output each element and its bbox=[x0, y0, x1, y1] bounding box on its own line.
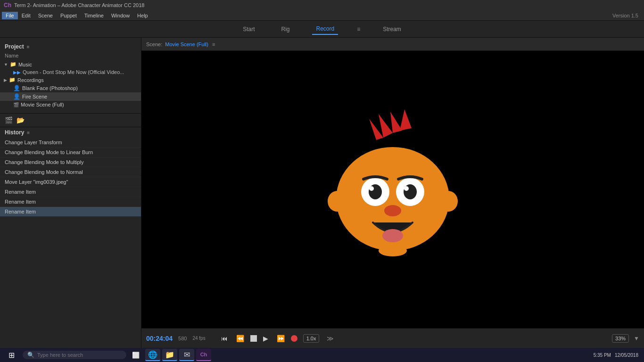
tree-item-music[interactable]: ▼ 📁 Music bbox=[0, 60, 141, 68]
playback-controls: 00:24:04 580 24 fps ⏮ ⏪ ▶ ⏩ 1.0x ≫ 33% ▼ bbox=[141, 328, 644, 348]
time-display: 00:24:04 bbox=[146, 335, 173, 342]
puppet-icon-blank: 👤 bbox=[13, 85, 20, 91]
top-toolbar: Start Rig Record ≡ Stream bbox=[0, 21, 644, 38]
tree-item-firescene[interactable]: 👤 Fire Scene bbox=[0, 92, 141, 101]
transport-controls: ⏮ ⏪ ▶ ⏩ bbox=[219, 333, 297, 344]
history-item-5[interactable]: Rename Item bbox=[0, 187, 141, 197]
arrow-icon: ▼ bbox=[4, 62, 8, 67]
taskbar-outlook[interactable]: ✉ bbox=[179, 349, 194, 361]
record-btn[interactable] bbox=[291, 335, 297, 342]
toolbar-start[interactable]: Start bbox=[239, 24, 258, 34]
folder-icon: 📁 bbox=[10, 61, 17, 67]
taskbar-search-box[interactable]: 🔍 bbox=[23, 351, 126, 359]
history-item-2[interactable]: Change Blending Mode to Multiply bbox=[0, 157, 141, 167]
project-title: Project bbox=[5, 43, 24, 50]
history-item-0[interactable]: Change Layer Transform bbox=[0, 138, 141, 148]
play-btn[interactable]: ▶ bbox=[261, 333, 271, 344]
svg-point-5 bbox=[328, 191, 347, 212]
history-item-4[interactable]: Move Layer "img0039.jpeg" bbox=[0, 177, 141, 187]
project-col-name: Name bbox=[0, 52, 141, 59]
search-icon: 🔍 bbox=[27, 352, 34, 358]
tree-label-queen: Queen - Dont Stop Me Now (Official Video… bbox=[23, 69, 124, 75]
menu-edit[interactable]: Edit bbox=[18, 12, 34, 19]
menu-file[interactable]: File bbox=[2, 12, 18, 19]
stop-btn[interactable] bbox=[250, 335, 257, 342]
skip-start-btn[interactable]: ⏮ bbox=[219, 333, 230, 344]
character-area bbox=[242, 105, 544, 274]
menu-scene[interactable]: Scene bbox=[34, 12, 57, 19]
taskbar-ch[interactable]: Ch bbox=[196, 349, 211, 361]
start-button[interactable]: ⊞ bbox=[2, 349, 21, 361]
toolbar-menu-icon[interactable]: ≡ bbox=[357, 26, 360, 33]
tree-label-recordings: Recordings bbox=[17, 77, 44, 83]
scene-name[interactable]: Movie Scene (Full) bbox=[165, 41, 208, 47]
svg-point-12 bbox=[404, 186, 409, 191]
history-section: History ≡ Change Layer Transform Change … bbox=[0, 127, 141, 348]
taskbar-date: 12/05/2018 bbox=[615, 353, 638, 358]
project-header: Project ≡ bbox=[0, 41, 141, 52]
app-icon: Ch bbox=[4, 2, 11, 8]
project-tree: ▼ 📁 Music ▶▶ Queen - Dont Stop Me Now (O… bbox=[0, 59, 141, 109]
arrow-icon-recordings: ▶ bbox=[4, 78, 7, 82]
taskbar-search-input[interactable] bbox=[37, 352, 117, 358]
tree-label-firescene: Fire Scene bbox=[22, 94, 47, 99]
history-item-3[interactable]: Change Blending Mode to Normal bbox=[0, 167, 141, 177]
tree-item-moviescene[interactable]: 🎬 Movie Scene (Full) bbox=[0, 101, 141, 108]
titlebar: Ch Term 2- Animation – Adobe Character A… bbox=[0, 0, 644, 10]
step-back-btn[interactable]: ⏪ bbox=[234, 333, 247, 344]
project-menu-icon[interactable]: ≡ bbox=[27, 44, 30, 49]
zoom-dropdown-icon[interactable]: ▼ bbox=[634, 335, 639, 342]
history-item-7[interactable]: Rename Item bbox=[0, 207, 141, 217]
task-view-btn[interactable]: ⬜ bbox=[128, 349, 143, 361]
history-header: History ≡ bbox=[0, 127, 141, 138]
toolbar-rig[interactable]: Rig bbox=[277, 24, 293, 34]
taskbar: ⊞ 🔍 ⬜ 🌐 📁 ✉ Ch 5:35 PM 12/05/2018 bbox=[0, 348, 644, 362]
svg-point-15 bbox=[379, 245, 407, 256]
main-layout: Project ≡ Name ▼ 📁 Music ▶▶ Queen - Dont… bbox=[0, 38, 644, 348]
menu-version: Version 1.5 bbox=[609, 12, 642, 19]
ff-end-btn[interactable]: ≫ bbox=[327, 335, 334, 342]
svg-marker-0 bbox=[379, 114, 393, 138]
scene-header: Scene: Movie Scene (Full) ≡ bbox=[141, 38, 644, 51]
svg-point-14 bbox=[382, 229, 403, 242]
scene-menu-btn[interactable]: ≡ bbox=[212, 41, 215, 47]
history-item-6[interactable]: Rename Item bbox=[0, 197, 141, 207]
tree-label-music: Music bbox=[18, 62, 32, 67]
tree-item-recordings[interactable]: ▶ 📁 Recordings bbox=[0, 76, 141, 84]
speed-btn[interactable]: 1.0x bbox=[303, 334, 320, 343]
scene-icon-movie: 🎬 bbox=[13, 102, 19, 107]
center-area: Scene: Movie Scene (Full) ≡ bbox=[141, 38, 644, 348]
recordings-bar: 🎬 📂 bbox=[0, 114, 141, 127]
history-menu-icon[interactable]: ≡ bbox=[27, 130, 30, 135]
toolbar-record[interactable]: Record bbox=[312, 24, 338, 35]
left-panel: Project ≡ Name ▼ 📁 Music ▶▶ Queen - Dont… bbox=[0, 38, 141, 348]
menubar: File Edit Scene Puppet Timeline Window H… bbox=[0, 10, 644, 21]
tree-item-queen[interactable]: ▶▶ Queen - Dont Stop Me Now (Official Vi… bbox=[0, 68, 141, 76]
step-fwd-btn[interactable]: ⏩ bbox=[274, 333, 287, 344]
taskbar-chrome[interactable]: 🌐 bbox=[145, 349, 160, 361]
menu-window[interactable]: Window bbox=[107, 12, 133, 19]
menu-help[interactable]: Help bbox=[133, 12, 152, 19]
svg-point-6 bbox=[439, 191, 458, 212]
scene-label: Scene: bbox=[146, 41, 162, 47]
taskbar-explorer[interactable]: 📁 bbox=[162, 349, 177, 361]
fps-display: 24 fps bbox=[192, 336, 205, 341]
frame-display: 580 bbox=[178, 336, 187, 341]
tree-label-moviescene: Movie Scene (Full) bbox=[21, 102, 64, 107]
history-title: History bbox=[5, 129, 24, 136]
puppet-icon-fire: 👤 bbox=[13, 93, 20, 100]
audio-icon: ▶▶ bbox=[13, 70, 21, 75]
character-svg bbox=[298, 109, 487, 270]
history-item-1[interactable]: Change Blending Mode to Linear Burn bbox=[0, 148, 141, 157]
toolbar-stream[interactable]: Stream bbox=[379, 24, 405, 34]
taskbar-time: 5:35 PM bbox=[594, 353, 611, 358]
menu-timeline[interactable]: Timeline bbox=[81, 12, 107, 19]
camera-icon[interactable]: 🎬 bbox=[5, 116, 13, 124]
tree-item-blankface[interactable]: 👤 Blank Face (Photoshop) bbox=[0, 84, 141, 92]
menu-puppet[interactable]: Puppet bbox=[57, 12, 81, 19]
folder-icon-recordings: 📁 bbox=[9, 77, 16, 83]
folder-open-icon[interactable]: 📂 bbox=[17, 116, 25, 124]
zoom-btn[interactable]: 33% bbox=[612, 334, 629, 343]
tree-label-blankface: Blank Face (Photoshop) bbox=[22, 85, 78, 91]
ch-icon: Ch bbox=[200, 352, 207, 357]
